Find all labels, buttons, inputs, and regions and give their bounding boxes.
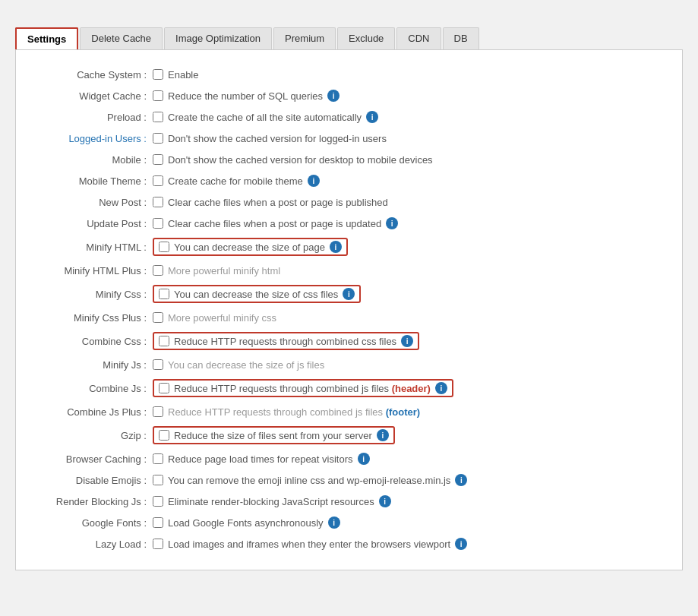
checkbox-logged-in-users[interactable] <box>153 133 163 144</box>
checkbox-cache-system[interactable] <box>153 69 163 80</box>
checkbox-combine-css[interactable] <box>159 336 169 346</box>
checkbox-minify-css-plus[interactable] <box>153 312 163 323</box>
info-icon-lazy-load[interactable]: i <box>455 538 467 550</box>
info-icon-combine-css[interactable]: i <box>401 335 413 347</box>
content-gzip: Reduce the size of files sent from your … <box>153 426 667 444</box>
content-minify-js: You can decrease the size of js files <box>153 359 667 371</box>
description-minify-css: You can decrease the size of css files <box>174 289 338 300</box>
tab-settings[interactable]: Settings <box>15 27 78 49</box>
label-gzip: Gzip : <box>31 430 153 441</box>
checkbox-minify-css[interactable] <box>159 289 169 299</box>
info-icon-minify-css[interactable]: i <box>343 288 355 300</box>
label-new-post: New Post : <box>31 197 153 208</box>
checkbox-minify-html[interactable] <box>159 242 169 252</box>
tab-delete-cache[interactable]: Delete Cache <box>80 27 163 49</box>
content-mobile: Don't show the cached version for deskto… <box>153 154 667 166</box>
info-icon-update-post[interactable]: i <box>386 217 398 229</box>
tab-db[interactable]: DB <box>443 27 479 49</box>
description-mobile-theme: Create cache for mobile theme <box>168 175 303 187</box>
tab-bar: SettingsDelete CacheImage OptimizationPr… <box>15 27 683 50</box>
highlight-box-minify-css: You can decrease the size of css filesi <box>153 285 361 303</box>
checkbox-widget-cache[interactable] <box>153 90 163 101</box>
description-minify-css-plus: More powerful minify css <box>168 312 276 324</box>
settings-row-lazy-load: Lazy Load :Load images and iframes when … <box>31 533 667 554</box>
label-minify-html-plus: Minify HTML Plus : <box>31 265 153 276</box>
content-lazy-load: Load images and iframes when they enter … <box>153 538 667 550</box>
label-disable-emojis: Disable Emojis : <box>31 475 153 486</box>
checkbox-browser-caching[interactable] <box>153 453 163 464</box>
checkbox-minify-js[interactable] <box>153 359 163 370</box>
info-icon-minify-html[interactable]: i <box>330 241 342 253</box>
checkbox-minify-html-plus[interactable] <box>153 265 163 276</box>
checkbox-mobile[interactable] <box>153 154 163 165</box>
content-update-post: Clear cache files when a post or page is… <box>153 217 667 229</box>
tab-cdn[interactable]: CDN <box>396 27 441 49</box>
checkbox-lazy-load[interactable] <box>153 539 163 549</box>
content-browser-caching: Reduce page load times for repeat visito… <box>153 453 667 465</box>
label-minify-html: Minify HTML : <box>31 242 153 253</box>
settings-row-gzip: Gzip :Reduce the size of files sent from… <box>31 422 667 448</box>
label-combine-css: Combine Css : <box>31 336 153 347</box>
checkbox-combine-js[interactable] <box>159 383 169 393</box>
info-icon-gzip[interactable]: i <box>377 429 389 441</box>
checkbox-disable-emojis[interactable] <box>153 475 163 485</box>
settings-row-combine-css: Combine Css :Reduce HTTP requests throug… <box>31 328 667 354</box>
info-icon-disable-emojis[interactable]: i <box>455 474 467 486</box>
highlight-box-minify-html: You can decrease the size of pagei <box>153 238 348 256</box>
tab-image-optimization[interactable]: Image Optimization <box>164 27 272 49</box>
suffix-combine-js-plus: (footer) <box>383 406 420 418</box>
settings-row-mobile: Mobile :Don't show the cached version fo… <box>31 149 667 170</box>
checkbox-combine-js-plus[interactable] <box>153 406 163 417</box>
label-mobile-theme: Mobile Theme : <box>31 175 153 187</box>
info-icon-google-fonts[interactable]: i <box>328 516 340 529</box>
content-render-blocking-js: Eliminate render-blocking JavaScript res… <box>153 495 667 507</box>
info-icon-mobile-theme[interactable]: i <box>308 175 320 187</box>
settings-row-minify-html: Minify HTML :You can decrease the size o… <box>31 234 667 260</box>
description-cache-system: Enable <box>168 69 198 81</box>
checkbox-preload[interactable] <box>153 112 163 122</box>
checkbox-update-post[interactable] <box>153 218 163 229</box>
label-preload: Preload : <box>31 112 153 123</box>
settings-row-minify-css: Minify Css :You can decrease the size of… <box>31 281 667 307</box>
info-icon-browser-caching[interactable]: i <box>358 453 370 465</box>
checkbox-mobile-theme[interactable] <box>153 175 163 186</box>
info-icon-combine-js[interactable]: i <box>435 382 447 394</box>
settings-row-google-fonts: Google Fonts :Load Google Fonts asynchro… <box>31 512 667 533</box>
label-widget-cache: Widget Cache : <box>31 90 153 102</box>
settings-row-combine-js: Combine Js :Reduce HTTP requests through… <box>31 375 667 401</box>
content-google-fonts: Load Google Fonts asynchronouslyi <box>153 516 667 529</box>
checkbox-gzip[interactable] <box>159 430 169 441</box>
content-widget-cache: Reduce the number of SQL queriesi <box>153 90 667 102</box>
settings-row-minify-css-plus: Minify Css Plus :More powerful minify cs… <box>31 307 667 328</box>
content-minify-css: You can decrease the size of css filesi <box>153 285 667 303</box>
description-lazy-load: Load images and iframes when they enter … <box>168 539 450 550</box>
highlight-box-gzip: Reduce the size of files sent from your … <box>153 426 395 444</box>
checkbox-google-fonts[interactable] <box>153 517 163 528</box>
description-minify-html: You can decrease the size of page <box>174 242 325 253</box>
tab-exclude[interactable]: Exclude <box>337 27 395 49</box>
content-mobile-theme: Create cache for mobile themei <box>153 175 667 187</box>
label-cache-system: Cache System : <box>31 69 153 81</box>
checkbox-new-post[interactable] <box>153 197 163 207</box>
checkbox-render-blocking-js[interactable] <box>153 496 163 507</box>
content-minify-css-plus: More powerful minify css <box>153 312 667 324</box>
info-icon-preload[interactable]: i <box>366 111 378 123</box>
description-minify-html-plus: More powerful minify html <box>168 265 280 276</box>
tab-premium[interactable]: Premium <box>273 27 336 49</box>
info-icon-render-blocking-js[interactable]: i <box>379 495 391 507</box>
description-combine-css: Reduce HTTP requests through combined cs… <box>174 336 396 347</box>
settings-row-logged-in-users: Logged-in Users :Don't show the cached v… <box>31 128 667 149</box>
info-icon-widget-cache[interactable]: i <box>327 90 340 102</box>
label-logged-in-users[interactable]: Logged-in Users : <box>31 133 153 144</box>
description-mobile: Don't show the cached version for deskto… <box>168 154 433 166</box>
label-combine-js: Combine Js : <box>31 383 153 394</box>
content-cache-system: Enable <box>153 69 667 81</box>
settings-row-mobile-theme: Mobile Theme :Create cache for mobile th… <box>31 170 667 191</box>
content-combine-js-plus: Reduce HTTP requests through combined js… <box>153 406 667 418</box>
label-browser-caching: Browser Caching : <box>31 453 153 465</box>
description-combine-js: Reduce HTTP requests through combined js… <box>174 383 431 394</box>
settings-row-minify-html-plus: Minify HTML Plus :More powerful minify h… <box>31 260 667 281</box>
label-minify-css: Minify Css : <box>31 289 153 300</box>
description-new-post: Clear cache files when a post or page is… <box>168 197 388 208</box>
content-preload: Create the cache of all the site automat… <box>153 111 667 123</box>
